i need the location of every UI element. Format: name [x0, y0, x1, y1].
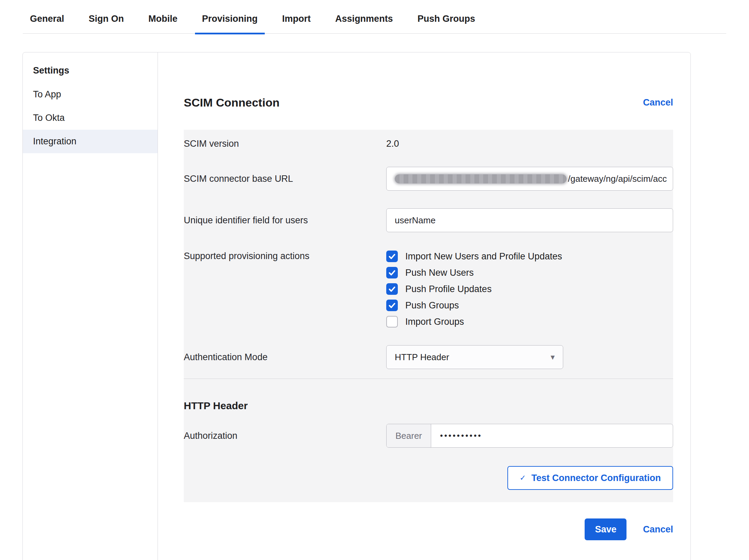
unique-identifier-label: Unique identifier field for users: [184, 215, 386, 226]
http-header-section-title: HTTP Header: [184, 379, 673, 415]
checkbox-push-groups[interactable]: Push Groups: [386, 300, 673, 311]
checkbox-icon: [386, 283, 398, 295]
footer-actions: Save Cancel: [184, 518, 673, 540]
scim-connection-content: SCIM Connection Cancel SCIM version 2.0 …: [158, 52, 690, 560]
tab-mobile[interactable]: Mobile: [141, 0, 185, 34]
checkbox-push-new-users[interactable]: Push New Users: [386, 267, 673, 278]
tab-sign-on[interactable]: Sign On: [82, 0, 131, 34]
select-value: HTTP Header: [395, 352, 449, 363]
cancel-link-header[interactable]: Cancel: [643, 97, 673, 108]
chevron-down-icon: ▾: [551, 352, 555, 362]
checkbox-icon: [386, 300, 398, 311]
page-title: SCIM Connection: [184, 96, 279, 109]
authentication-mode-select[interactable]: HTTP Header ▾: [386, 345, 563, 369]
authentication-mode-field: HTTP Header ▾: [386, 345, 673, 369]
save-button[interactable]: Save: [585, 518, 626, 540]
provisioning-actions-label: Supported provisioning actions: [184, 250, 386, 261]
authorization-input-group: Bearer ••••••••••: [386, 424, 673, 448]
sidebar-item-to-app[interactable]: To App: [23, 83, 158, 106]
tab-import[interactable]: Import: [275, 0, 318, 34]
form-row-authorization: Authorization Bearer ••••••••••: [184, 415, 673, 457]
tab-provisioning[interactable]: Provisioning: [195, 0, 265, 34]
scim-version-value: 2.0: [386, 139, 399, 149]
checkbox-label: Import New Users and Profile Updates: [405, 251, 562, 262]
checkbox-label: Import Groups: [405, 317, 464, 327]
checkbox-icon: [386, 267, 398, 278]
checkbox-import-new-users[interactable]: Import New Users and Profile Updates: [386, 251, 673, 262]
tab-general[interactable]: General: [23, 0, 71, 34]
base-url-field: /gateway/ng/api/scim/acc: [386, 167, 673, 191]
form-row-provisioning-actions: Supported provisioning actions Import Ne…: [184, 241, 673, 336]
authentication-mode-label: Authentication Mode: [184, 352, 386, 363]
test-connector-label: Test Connector Configuration: [532, 473, 661, 483]
checkbox-icon: [386, 316, 398, 327]
authorization-field: Bearer ••••••••••: [386, 424, 673, 448]
app-tab-bar: General Sign On Mobile Provisioning Impo…: [23, 0, 726, 34]
settings-sidebar: Settings To App To Okta Integration: [23, 52, 158, 560]
bearer-prefix: Bearer: [387, 424, 431, 447]
form-row-scim-version: SCIM version 2.0: [184, 130, 673, 158]
scim-connection-form: SCIM version 2.0 SCIM connector base URL…: [184, 130, 673, 502]
test-connector-configuration-button[interactable]: ✓ Test Connector Configuration: [507, 466, 673, 490]
sidebar-title: Settings: [23, 60, 158, 83]
unique-identifier-input[interactable]: [386, 208, 673, 232]
base-url-label: SCIM connector base URL: [184, 174, 386, 184]
scim-base-url-input[interactable]: /gateway/ng/api/scim/acc: [386, 167, 673, 191]
authorization-token-input[interactable]: ••••••••••: [431, 424, 673, 447]
checkbox-push-profile-updates[interactable]: Push Profile Updates: [386, 283, 673, 295]
unique-identifier-field: [386, 208, 673, 232]
sidebar-item-integration[interactable]: Integration: [23, 130, 158, 153]
scim-version-label: SCIM version: [184, 139, 386, 149]
checkbox-label: Push Profile Updates: [405, 284, 492, 294]
checkbox-icon: [386, 251, 398, 262]
scim-version-field: 2.0: [386, 139, 673, 149]
form-row-unique-identifier: Unique identifier field for users: [184, 199, 673, 241]
checkbox-label: Push Groups: [405, 300, 459, 311]
form-row-base-url: SCIM connector base URL /gateway/ng/api/…: [184, 158, 673, 199]
authorization-label: Authorization: [184, 431, 386, 441]
check-icon: ✓: [520, 474, 526, 482]
url-visible-text: /gateway/ng/api/scim/acc: [568, 174, 667, 184]
content-header: SCIM Connection Cancel: [184, 96, 673, 109]
tab-push-groups[interactable]: Push Groups: [410, 0, 483, 34]
checkbox-label: Push New Users: [405, 268, 474, 278]
cancel-link-footer[interactable]: Cancel: [643, 524, 673, 535]
checkbox-import-groups[interactable]: Import Groups: [386, 316, 673, 327]
provisioning-panel: Settings To App To Okta Integration SCIM…: [22, 52, 691, 560]
test-connector-row: ✓ Test Connector Configuration: [184, 457, 673, 490]
sidebar-item-to-okta[interactable]: To Okta: [23, 106, 158, 130]
provisioning-actions-list: Import New Users and Profile Updates Pus…: [386, 250, 673, 327]
redacted-url-segment: [395, 174, 567, 183]
tab-assignments[interactable]: Assignments: [328, 0, 400, 34]
form-row-authentication-mode: Authentication Mode HTTP Header ▾: [184, 336, 673, 378]
